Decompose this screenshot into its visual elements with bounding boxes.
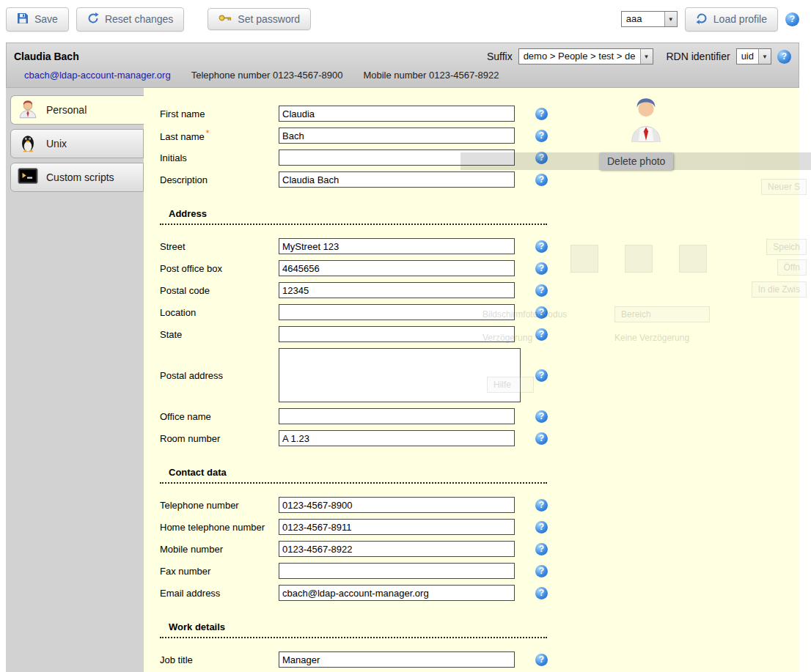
delete-photo-button[interactable]: Delete photo: [599, 152, 673, 170]
street-input[interactable]: [279, 238, 515, 254]
help-icon[interactable]: ?: [535, 174, 548, 186]
field-street: Street ?: [160, 238, 799, 254]
help-icon[interactable]: ?: [535, 410, 548, 423]
toolbar-help-icon[interactable]: ?: [785, 12, 799, 26]
suffix-select-value: demo > People > test > de: [519, 49, 640, 64]
mobile-number-input[interactable]: [279, 541, 515, 557]
mobile-number-label: Mobile number: [160, 544, 279, 555]
terminal-icon: [17, 166, 39, 190]
chevron-down-icon[interactable]: ▼: [640, 49, 653, 64]
tab-personal[interactable]: Personal: [10, 95, 144, 125]
tux-penguin-icon: [17, 132, 39, 156]
load-profile-label: Load profile: [713, 13, 767, 25]
email-address-label: Email address: [160, 588, 279, 599]
description-input[interactable]: [279, 171, 515, 188]
help-icon[interactable]: ?: [535, 328, 548, 341]
suffix-label: Suffix: [487, 51, 513, 62]
field-last-name: Last name* ?: [160, 128, 799, 144]
field-room-number: Room number ?: [160, 430, 799, 446]
last-name-label-text: Last name: [160, 132, 205, 143]
field-state: State ?: [160, 326, 799, 342]
header-row-2: cbach@ldap-account-manager.org Telephone…: [7, 67, 799, 87]
field-fax-number: Fax number ?: [160, 563, 799, 579]
set-password-button[interactable]: Set password: [208, 8, 311, 30]
office-name-input[interactable]: [279, 408, 515, 424]
tab-personal-label: Personal: [46, 104, 87, 116]
header-help-icon[interactable]: ?: [777, 50, 791, 64]
location-input[interactable]: [279, 304, 515, 320]
help-icon[interactable]: ?: [535, 152, 548, 164]
help-icon[interactable]: ?: [535, 654, 548, 666]
help-icon[interactable]: ?: [535, 521, 548, 533]
section-work-details: Work details: [160, 621, 547, 638]
save-label: Save: [34, 13, 58, 25]
room-number-input[interactable]: [279, 430, 515, 446]
save-icon: [17, 12, 29, 26]
field-postal-code: Postal code ?: [160, 282, 799, 298]
reset-changes-button[interactable]: Reset changes: [76, 7, 184, 32]
help-icon[interactable]: ?: [535, 262, 548, 275]
help-icon[interactable]: ?: [535, 108, 548, 120]
street-label: Street: [160, 241, 279, 252]
room-number-label: Room number: [160, 433, 279, 444]
account-email-link[interactable]: cbach@ldap-account-manager.org: [24, 70, 171, 81]
initials-input[interactable]: [279, 149, 515, 166]
profile-select[interactable]: aaa ▼: [621, 11, 678, 27]
header-row-1: Claudia Bach Suffix demo > People > test…: [7, 43, 799, 67]
postal-code-input[interactable]: [279, 282, 515, 298]
field-office-name: Office name ?: [160, 408, 799, 424]
header-controls: Suffix demo > People > test > de ▼ RDN i…: [487, 48, 791, 64]
initials-label: Initials: [160, 152, 279, 163]
first-name-label: First name: [160, 108, 279, 119]
help-icon[interactable]: ?: [535, 543, 548, 555]
email-address-input[interactable]: [279, 585, 515, 601]
chevron-down-icon[interactable]: ▼: [664, 12, 677, 26]
user-photo: [598, 97, 694, 144]
tab-unix[interactable]: Unix: [10, 129, 144, 158]
help-icon[interactable]: ?: [535, 587, 548, 599]
tab-unix-label: Unix: [46, 138, 67, 149]
help-icon[interactable]: ?: [535, 565, 548, 577]
home-telephone-number-label: Home telephone number: [160, 522, 279, 533]
post-office-box-input[interactable]: [279, 260, 515, 276]
reset-changes-label: Reset changes: [105, 13, 173, 25]
suffix-select[interactable]: demo > People > test > de ▼: [518, 48, 653, 64]
home-telephone-number-input[interactable]: [279, 519, 515, 535]
chevron-down-icon[interactable]: ▼: [758, 49, 771, 64]
tab-custom-scripts-label: Custom scripts: [46, 171, 114, 183]
tab-custom-scripts[interactable]: Custom scripts: [10, 163, 144, 192]
help-icon[interactable]: ?: [535, 432, 548, 445]
help-icon[interactable]: ?: [535, 306, 548, 319]
header-telephone: Telephone number 0123-4567-8900: [191, 70, 343, 81]
help-icon[interactable]: ?: [535, 240, 548, 253]
telephone-number-input[interactable]: [279, 497, 515, 513]
set-password-label: Set password: [238, 13, 300, 25]
job-title-label: Job title: [160, 654, 279, 665]
postal-code-label: Postal code: [160, 285, 279, 296]
field-telephone-number: Telephone number ?: [160, 497, 799, 513]
section-address: Address: [160, 208, 547, 225]
top-toolbar: Save Reset changes Set password aaa ▼ Lo…: [0, 0, 811, 38]
office-name-label: Office name: [160, 411, 279, 422]
postal-address-textarea[interactable]: [279, 348, 521, 402]
location-label: Location: [160, 307, 279, 318]
help-icon[interactable]: ?: [535, 499, 548, 512]
load-profile-button[interactable]: Load profile: [685, 7, 778, 32]
help-icon[interactable]: ?: [535, 369, 548, 382]
load-profile-icon: [696, 12, 708, 26]
last-name-input[interactable]: [279, 128, 515, 144]
help-icon[interactable]: ?: [535, 284, 548, 297]
fax-number-input[interactable]: [279, 563, 515, 579]
reset-icon: [87, 12, 99, 26]
header-mobile: Mobile number 0123-4567-8922: [363, 70, 499, 81]
field-description: Description ?: [160, 171, 799, 188]
help-icon[interactable]: ?: [535, 130, 548, 142]
field-mobile-number: Mobile number ?: [160, 541, 799, 557]
description-label: Description: [160, 174, 279, 185]
job-title-input[interactable]: [279, 651, 515, 668]
field-post-office-box: Post office box ?: [160, 260, 799, 276]
state-input[interactable]: [279, 326, 515, 342]
save-button[interactable]: Save: [6, 7, 69, 32]
first-name-input[interactable]: [279, 106, 515, 122]
rdn-select[interactable]: uid ▼: [736, 48, 771, 64]
